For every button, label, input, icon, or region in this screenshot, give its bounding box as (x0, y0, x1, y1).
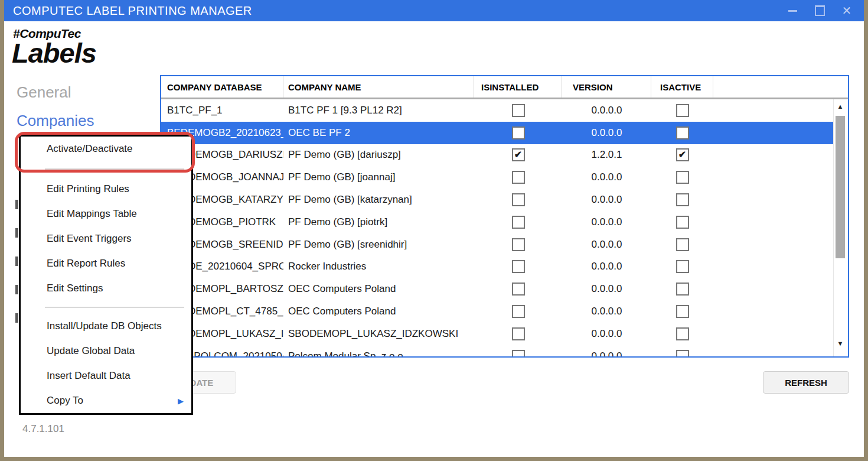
isactive-cell (651, 327, 713, 340)
isactive-cell (651, 350, 713, 356)
table-row[interactable]: SBODE_20210604_SPROCKETRocker Industries… (161, 256, 835, 278)
isactive-cell (651, 260, 713, 273)
maximize-button[interactable] (806, 0, 833, 21)
menu-item-edit-report-rules[interactable]: Edit Report Rules (21, 251, 191, 276)
sidebar-item-fragment (15, 313, 18, 323)
isactive-checkbox[interactable] (676, 283, 689, 296)
isactive-checkbox[interactable]: ✔ (676, 148, 689, 161)
version-cell: 0.0.0.0 (562, 306, 651, 317)
table-row[interactable]: SBODEMOGB_DARIUSZPPF Demo (GB) [dariuszp… (161, 144, 835, 167)
menu-item-install-update-db-objects[interactable]: Install/Update DB Objects (21, 314, 191, 339)
table-row[interactable]: SBODEMOGB_JOANNAJPF Demo (GB) [joannaj]0… (161, 166, 835, 189)
column-header-empty (713, 76, 848, 98)
scroll-down-icon[interactable]: ▼ (834, 340, 847, 347)
isinstalled-checkbox[interactable] (512, 327, 525, 340)
isactive-checkbox[interactable] (676, 216, 689, 229)
isinstalled-checkbox[interactable] (512, 104, 525, 117)
isinstalled-cell (474, 193, 562, 206)
minimize-icon (788, 10, 797, 12)
sidebar-item-general[interactable]: General (17, 83, 71, 102)
menu-item-edit-settings[interactable]: Edit Settings (21, 276, 191, 301)
company-name-cell: PF Demo (GB) [dariuszp] (283, 149, 474, 161)
table-row[interactable]: SBODEMOPL_CT_4785_COMPOEC Computers Pola… (161, 300, 835, 323)
table-row[interactable]: SBODEMOGB_PIOTRKPF Demo (GB) [piotrk]0.0… (161, 211, 835, 233)
table-scrollbar[interactable]: ▲ ▼ (833, 99, 847, 356)
title-bar: COMPUTEC LABEL PRINTING MANAGER ✕ (4, 0, 864, 21)
company-name-cell: PF Demo (GB) [katarzynan] (283, 194, 474, 206)
window-border-bottom (0, 457, 868, 461)
isinstalled-checkbox[interactable] (512, 193, 525, 206)
table-row[interactable]: SBODEMOPL_LUKASZ_IDZKOWSKISBODEMOPL_LUKA… (161, 323, 835, 345)
isactive-checkbox[interactable] (676, 327, 689, 340)
isactive-checkbox[interactable] (676, 260, 689, 273)
menu-item-copy-to[interactable]: Copy To▶ (21, 388, 191, 413)
column-header-version[interactable]: VERSION (562, 76, 651, 98)
scroll-up-icon[interactable]: ▲ (834, 103, 847, 110)
isinstalled-checkbox[interactable] (512, 283, 525, 296)
sidebar-item-fragment (15, 200, 18, 209)
table-row[interactable]: SBODEMOGB_KATARZYNANPF Demo (GB) [katarz… (161, 189, 835, 211)
isinstalled-checkbox[interactable]: ✔ (512, 148, 525, 161)
window-title: COMPUTEC LABEL PRINTING MANAGER (4, 4, 252, 18)
isinstalled-checkbox[interactable] (512, 126, 525, 139)
isinstalled-checkbox[interactable] (512, 238, 525, 251)
isinstalled-cell (474, 126, 562, 139)
isactive-checkbox[interactable] (676, 305, 689, 318)
scrollbar-thumb[interactable] (836, 116, 845, 258)
menu-item-label: Install/Update DB Objects (47, 320, 162, 332)
menu-separator (21, 301, 191, 314)
company-name-cell: PF Demo (GB) [joannaj] (283, 171, 474, 183)
close-button[interactable]: ✕ (833, 0, 860, 21)
isinstalled-checkbox[interactable] (512, 171, 525, 184)
isactive-cell (651, 238, 713, 251)
version-cell: 0.0.0.0 (562, 127, 651, 139)
isinstalled-checkbox[interactable] (512, 350, 525, 356)
table-row[interactable]: B1TC_PF_1B1TC PF 1 [9.3 PL12 R2]0.0.0.0 (161, 99, 835, 122)
minimize-button[interactable] (779, 0, 806, 21)
sidebar-item-companies[interactable]: Companies (17, 112, 94, 130)
isinstalled-checkbox[interactable] (512, 260, 525, 273)
isactive-cell (651, 126, 713, 139)
company-name-cell: OEC BE PF 2 (283, 127, 474, 139)
isactive-cell (651, 305, 713, 318)
column-header-isactive[interactable]: ISACTIVE (651, 76, 713, 98)
isactive-cell (651, 283, 713, 296)
column-header-company-name[interactable]: COMPANY NAME (283, 76, 474, 98)
version-cell: 0.0.0.0 (562, 194, 651, 206)
table-row[interactable]: SBO_POLCOM_20210504Polcom Modular Sp. z … (161, 345, 835, 356)
isactive-checkbox[interactable] (676, 104, 689, 117)
version-cell: 0.0.0.0 (562, 105, 651, 116)
refresh-button[interactable]: REFRESH (763, 371, 849, 394)
isinstalled-cell (474, 305, 562, 318)
isactive-cell: ✔ (651, 148, 713, 161)
isactive-checkbox[interactable] (676, 238, 689, 251)
column-header-isinstalled[interactable]: ISINSTALLED (474, 76, 562, 98)
version-cell: 1.2.0.1 (562, 149, 651, 161)
table-row[interactable]: BEDEMOGB2_20210623_SOEC BE PF 20.0.0.0 (161, 122, 835, 144)
menu-item-edit-event-triggers[interactable]: Edit Event Triggers (21, 226, 191, 251)
isactive-checkbox[interactable] (676, 171, 689, 184)
isinstalled-cell (474, 216, 562, 229)
window-border-right (864, 0, 868, 461)
table-row[interactable]: SBODEMOGB_SREENIDHIRPF Demo (GB) [sreeni… (161, 233, 835, 256)
company-name-cell: Polcom Modular Sp. z o.o. (283, 350, 474, 356)
isinstalled-cell (474, 171, 562, 184)
isinstalled-checkbox[interactable] (512, 216, 525, 229)
company-name-cell: PF Demo (GB) [sreenidhir] (283, 239, 474, 251)
menu-item-insert-default-data[interactable]: Insert Default Data (21, 363, 191, 388)
table-row[interactable]: SBODEMOPL_BARTOSZTOEC Computers Poland0.… (161, 278, 835, 300)
companies-table: COMPANY DATABASE COMPANY NAME ISINSTALLE… (160, 75, 849, 358)
menu-item-label: Activate/Deactivate (47, 143, 133, 155)
company-name-cell: SBODEMOPL_LUKASZ_IDZKOWSKI (283, 328, 474, 340)
menu-item-edit-mappings-table[interactable]: Edit Mappings Table (21, 202, 191, 226)
isinstalled-checkbox[interactable] (512, 305, 525, 318)
context-menu: Activate/DeactivateEdit Printing RulesEd… (19, 135, 193, 415)
menu-item-update-global-data[interactable]: Update Global Data (21, 339, 191, 363)
isactive-checkbox[interactable] (676, 193, 689, 206)
isactive-cell (651, 104, 713, 117)
menu-item-activate-deactivate[interactable]: Activate/Deactivate (21, 137, 191, 161)
column-header-company-database[interactable]: COMPANY DATABASE (161, 76, 283, 98)
menu-item-edit-printing-rules[interactable]: Edit Printing Rules (21, 177, 191, 202)
isactive-checkbox[interactable] (676, 350, 689, 356)
isactive-checkbox[interactable] (676, 126, 689, 139)
